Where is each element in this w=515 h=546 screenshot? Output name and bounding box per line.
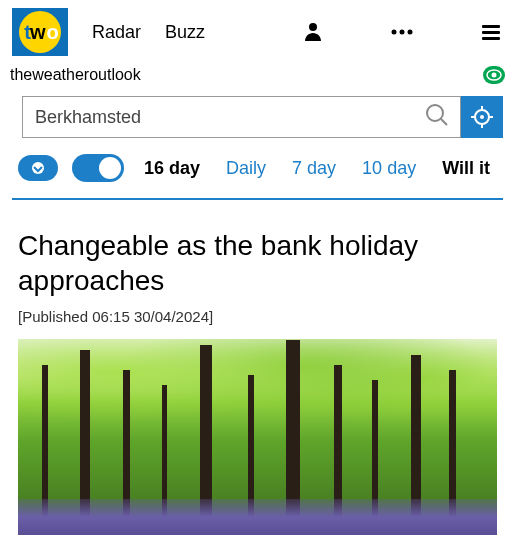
brand-subtitle: theweatheroutlook xyxy=(10,66,141,84)
svg-point-8 xyxy=(492,73,497,78)
article-meta: [Published 06:15 30/04/2024] xyxy=(18,308,497,325)
subtitle-bar: theweatheroutlook xyxy=(0,64,515,90)
search-row xyxy=(0,90,515,144)
more-icon[interactable] xyxy=(389,20,415,44)
search-input[interactable] xyxy=(23,107,414,128)
svg-rect-4 xyxy=(482,25,500,28)
svg-point-2 xyxy=(400,30,405,35)
nav-buzz[interactable]: Buzz xyxy=(165,22,205,43)
svg-point-0 xyxy=(309,23,317,31)
search-box xyxy=(22,96,461,138)
search-icon[interactable] xyxy=(414,102,460,132)
svg-rect-5 xyxy=(482,31,500,34)
nav-radar[interactable]: Radar xyxy=(92,22,141,43)
article-hero-image xyxy=(18,339,497,535)
article-title: Changeable as the bank holiday approache… xyxy=(18,228,497,298)
tab-16day[interactable]: 16 day xyxy=(138,158,206,179)
svg-point-1 xyxy=(392,30,397,35)
menu-icon[interactable] xyxy=(479,20,503,44)
svg-rect-6 xyxy=(482,37,500,40)
tab-10day[interactable]: 10 day xyxy=(356,158,422,179)
locate-button[interactable] xyxy=(461,96,503,138)
top-bar: two Radar Buzz xyxy=(0,0,515,64)
svg-point-12 xyxy=(480,115,484,119)
brand-logo[interactable]: two xyxy=(12,8,68,56)
svg-line-10 xyxy=(441,119,447,125)
tab-daily[interactable]: Daily xyxy=(220,158,272,179)
article: Changeable as the bank holiday approache… xyxy=(0,200,515,325)
tabs-row: 16 day Daily 7 day 10 day Will it xyxy=(0,144,515,192)
dropdown-chip[interactable] xyxy=(18,155,58,181)
tab-willit[interactable]: Will it xyxy=(436,158,496,179)
user-icon[interactable] xyxy=(301,20,325,44)
svg-point-3 xyxy=(408,30,413,35)
view-toggle[interactable] xyxy=(72,154,124,182)
visibility-icon[interactable] xyxy=(483,66,505,84)
tab-7day[interactable]: 7 day xyxy=(286,158,342,179)
svg-point-9 xyxy=(427,105,443,121)
